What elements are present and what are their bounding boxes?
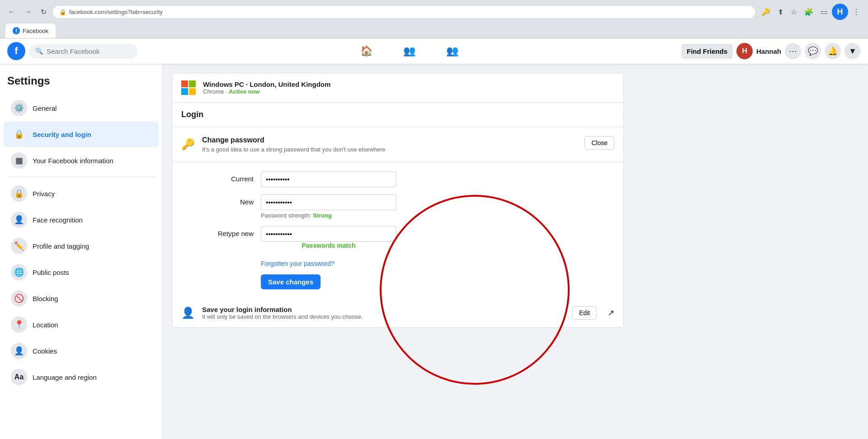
device-info: Windows PC · London, United Kingdom Chro… <box>203 80 614 95</box>
password-form: Current New Password strength: Strong <box>172 162 623 298</box>
url-text: facebook.com/settings?tab=security <box>69 9 163 15</box>
external-link-icon[interactable]: ↗ <box>608 308 614 318</box>
find-friends-button[interactable]: Find Friends <box>681 44 733 59</box>
close-button[interactable]: Close <box>585 136 614 150</box>
edit-button[interactable]: Edit <box>572 306 597 320</box>
new-password-field: Password strength: Strong <box>261 194 396 219</box>
sidebar-label-privacy: Privacy <box>33 190 55 198</box>
top-nav: f 🔍 🏠 👥 👥 Find Friends H Hannah ⋯ 💬 🔔 ▼ <box>0 38 868 64</box>
sidebar-label-security: Security and login <box>33 131 91 138</box>
facebook-app: f 🔍 🏠 👥 👥 Find Friends H Hannah ⋯ 💬 🔔 ▼ … <box>0 38 868 439</box>
device-status: Chrome · Active now <box>203 88 614 95</box>
current-label: Current <box>199 171 254 183</box>
sidebar-item-cookies[interactable]: 👤 Cookies <box>4 338 159 363</box>
strength-value: Strong <box>313 212 332 219</box>
retype-password-row: Retype new Passwords match <box>199 226 596 253</box>
security-icon: 🔒 <box>11 126 27 142</box>
back-button[interactable]: ← <box>5 6 18 18</box>
extensions-icon[interactable]: 🧩 <box>802 6 816 18</box>
browser-menu[interactable]: ⋮ <box>850 6 863 18</box>
sidebar-item-security[interactable]: 🔒 Security and login <box>4 122 159 147</box>
share-icon[interactable]: ⬆ <box>775 6 786 18</box>
person-icon: 👤 <box>181 307 195 319</box>
sidebar: Settings ⚙️ General 🔒 Security and login… <box>0 64 163 439</box>
home-nav-button[interactable]: 🏠 <box>346 42 387 61</box>
active-tab[interactable]: f Facebook <box>5 24 56 38</box>
strength-label: Password strength: <box>261 212 311 219</box>
browser-chrome: ← → ↻ 🔒 facebook.com/settings?tab=securi… <box>0 0 868 38</box>
profile-icon: ✏️ <box>11 238 27 254</box>
tab-title: Facebook <box>23 28 48 34</box>
sidebar-title: Settings <box>0 71 162 94</box>
messenger-button[interactable]: 💬 <box>805 43 821 59</box>
current-password-input[interactable] <box>261 171 396 187</box>
sidebar-label-face: Face recognition <box>33 216 83 224</box>
save-changes-button[interactable]: Save changes <box>261 274 321 289</box>
current-password-row: Current <box>199 171 596 187</box>
search-icon: 🔍 <box>35 47 43 55</box>
blocking-icon: 🚫 <box>11 290 27 307</box>
account-dropdown-button[interactable]: ▼ <box>844 43 861 59</box>
address-bar[interactable]: 🔒 facebook.com/settings?tab=security <box>53 6 755 18</box>
star-icon[interactable]: ☆ <box>788 6 800 18</box>
tab-favicon: f <box>13 27 20 34</box>
sidebar-item-blocking[interactable]: 🚫 Blocking <box>4 286 159 311</box>
refresh-button[interactable]: ↻ <box>38 6 49 18</box>
sidebar-label-fb-info: Your Facebook information <box>33 157 113 165</box>
new-password-input[interactable] <box>261 194 396 210</box>
key-icon[interactable]: 🔑 <box>759 6 773 18</box>
sidebar-label-profile: Profile and tagging <box>33 242 89 250</box>
apps-button[interactable]: ⋯ <box>785 43 801 59</box>
save-login-subtitle: It will only be saved on the browsers an… <box>202 313 565 320</box>
sidebar-item-fb-info[interactable]: ▦ Your Facebook information <box>4 148 159 173</box>
sidebar-item-privacy[interactable]: 🔒 Privacy <box>4 181 159 206</box>
save-login-row: 👤 Save your login information It will on… <box>172 298 623 327</box>
nav-center: 🏠 👥 👥 <box>141 42 678 61</box>
location-icon: 📍 <box>11 316 27 333</box>
passwords-match-text: Passwords match <box>261 242 396 249</box>
friends-nav-button[interactable]: 👥 <box>389 42 430 61</box>
tablet-icon[interactable]: ▭ <box>818 6 830 18</box>
settings-panel: Windows PC · London, United Kingdom Chro… <box>172 73 624 328</box>
sidebar-item-face-recognition[interactable]: 👤 Face recognition <box>4 207 159 232</box>
lock-icon: 🔒 <box>59 9 66 15</box>
groups-nav-button[interactable]: 👥 <box>432 42 473 61</box>
retype-password-input[interactable] <box>261 226 396 242</box>
sidebar-item-language[interactable]: Aa Language and region <box>4 364 159 390</box>
main-layout: Settings ⚙️ General 🔒 Security and login… <box>0 64 868 439</box>
browser-label: Chrome <box>203 88 224 95</box>
sidebar-item-public-posts[interactable]: 🌐 Public posts <box>4 260 159 285</box>
sidebar-label-blocking: Blocking <box>33 295 58 302</box>
device-name: Windows PC · London, United Kingdom <box>203 80 614 88</box>
search-bar[interactable]: 🔍 <box>29 44 137 59</box>
change-password-info: Change password It's a good idea to use … <box>202 136 577 153</box>
face-icon: 👤 <box>11 212 27 228</box>
user-avatar[interactable]: H <box>736 43 753 59</box>
sidebar-item-location[interactable]: 📍 Location <box>4 312 159 337</box>
save-login-info: Save your login information It will only… <box>202 306 565 320</box>
user-name: Hannah <box>756 47 781 55</box>
main-content: Windows PC · London, United Kingdom Chro… <box>163 64 868 439</box>
key-icon: 🔑 <box>181 138 195 151</box>
windows-icon <box>181 80 196 95</box>
new-label: New <box>199 194 254 206</box>
sidebar-label-cookies: Cookies <box>33 347 57 355</box>
sidebar-divider <box>7 177 155 177</box>
notifications-button[interactable]: 🔔 <box>825 43 841 59</box>
sidebar-item-profile-tagging[interactable]: ✏️ Profile and tagging <box>4 233 159 259</box>
privacy-icon: 🔒 <box>11 185 27 202</box>
forward-button[interactable]: → <box>22 6 34 18</box>
facebook-logo[interactable]: f <box>7 42 25 60</box>
sidebar-label-location: Location <box>33 321 58 329</box>
forgot-password-link[interactable]: Forgotten your password? <box>199 260 596 267</box>
search-input[interactable] <box>47 47 119 55</box>
retype-label: Retype new <box>199 226 254 237</box>
profile-avatar-browser[interactable]: H <box>832 4 848 20</box>
sidebar-label-general: General <box>33 104 57 112</box>
browser-tabs: f Facebook <box>5 24 863 38</box>
sidebar-label-public: Public posts <box>33 269 69 276</box>
sidebar-item-general[interactable]: ⚙️ General <box>4 95 159 121</box>
change-password-subtitle: It's a good idea to use a strong passwor… <box>202 146 577 153</box>
fb-info-icon: ▦ <box>11 152 27 169</box>
strength-indicator: Password strength: Strong <box>261 212 396 219</box>
